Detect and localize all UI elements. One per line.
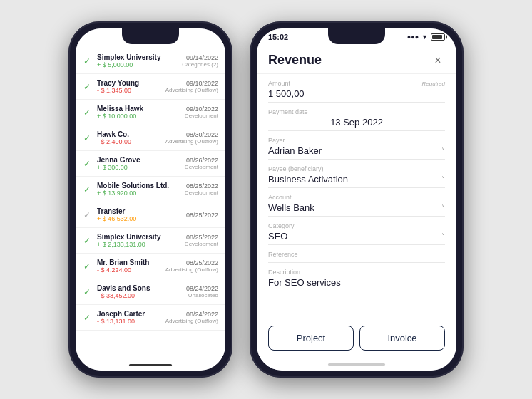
- tx-amount: - $ 33,452.00: [97, 292, 182, 299]
- account-field[interactable]: Account Wells Bank ˅: [268, 188, 445, 217]
- payee-chevron: ˅: [441, 175, 445, 183]
- category-field[interactable]: Category SEO ˅: [268, 217, 445, 245]
- tx-info: Davis and Sons - $ 33,452.00: [97, 284, 182, 299]
- tx-date: 08/25/2022: [186, 212, 218, 219]
- tx-date: 08/30/2022: [165, 131, 218, 138]
- right-phone-screen: 15:02 ●●● ▼ Revenue ×: [257, 28, 456, 370]
- check-icon: ✓: [81, 133, 93, 144]
- transaction-item[interactable]: ✓ Transfer + $ 46,532.00 08/25/2022: [76, 202, 225, 228]
- tx-name: Mobile Solutions Ltd.: [97, 182, 180, 190]
- home-indicator: [129, 364, 172, 366]
- tx-amount: + $ 5,000.00: [97, 61, 178, 68]
- tx-amount: + $ 2,133,131.00: [97, 241, 180, 248]
- tx-amount: + $ 300.00: [97, 164, 180, 171]
- tx-name: Tracy Young: [97, 79, 161, 87]
- amount-field[interactable]: Amount Required 1 500,00: [268, 74, 445, 103]
- tx-right: 09/10/2022 Advertising (Outflow): [165, 80, 218, 93]
- tx-date: 08/24/2022: [186, 285, 218, 292]
- payer-dropdown[interactable]: Adrian Baker ˅: [268, 145, 445, 156]
- category-dropdown[interactable]: SEO ˅: [268, 231, 445, 242]
- tx-right: 08/25/2022: [186, 212, 218, 219]
- transaction-item[interactable]: ✓ Jenna Grove + $ 300.00 08/26/2022 Deve…: [76, 151, 225, 177]
- transaction-item[interactable]: ✓ Simplex University + $ 2,133,131.00 08…: [76, 228, 225, 254]
- tx-right: 08/26/2022 Development: [185, 157, 218, 170]
- payer-field[interactable]: Payer Adrian Baker ˅: [268, 131, 445, 160]
- tx-name: Simplex University: [97, 233, 180, 241]
- tx-date: 09/10/2022: [185, 105, 218, 113]
- form-fields: Amount Required 1 500,00 Payment date 13…: [257, 74, 456, 291]
- form-title: Revenue: [268, 53, 322, 68]
- transaction-item[interactable]: ✓ Davis and Sons - $ 33,452.00 08/24/202…: [76, 279, 225, 305]
- payment-date-value: 13 Sep 2022: [268, 117, 445, 128]
- form-container: Revenue × Amount Required 1 500,00: [257, 44, 456, 318]
- tx-right: 08/30/2022 Advertising (Outflow): [165, 131, 218, 145]
- reference-field[interactable]: Reference: [268, 245, 445, 263]
- check-icon: ✓: [81, 312, 93, 323]
- tx-right: 09/10/2022 Development: [185, 105, 218, 119]
- amount-required: Required: [422, 81, 445, 87]
- tx-right: 08/24/2022 Unallocated: [186, 285, 218, 299]
- payer-value: Adrian Baker: [268, 145, 322, 156]
- invoice-button[interactable]: Invoice: [359, 326, 445, 351]
- check-icon: ✓: [81, 107, 93, 118]
- tx-category: Development: [185, 113, 218, 119]
- payment-date-field[interactable]: Payment date 13 Sep 2022: [268, 103, 445, 131]
- project-button[interactable]: Project: [268, 326, 354, 351]
- transaction-item[interactable]: ✓ Mr. Brian Smith - $ 4,224.00 08/25/202…: [76, 254, 225, 279]
- tx-category: Advertising (Outflow): [165, 87, 218, 93]
- tx-info: Mobile Solutions Ltd. + $ 13,920.00: [97, 182, 180, 197]
- transaction-item[interactable]: ✓ Joseph Carter - $ 13,131.00 08/24/2022…: [76, 305, 225, 331]
- description-field[interactable]: Description For SEO services: [268, 263, 445, 291]
- tx-info: Simplex University + $ 2,133,131.00: [97, 233, 180, 248]
- home-indicator-right: [257, 358, 456, 370]
- account-dropdown[interactable]: Wells Bank ˅: [268, 202, 445, 213]
- check-icon: ✓: [81, 184, 93, 195]
- payee-dropdown[interactable]: Business Activation ˅: [268, 174, 445, 185]
- payee-label: Payee (beneficiary): [268, 165, 445, 172]
- payer-label: Payer: [268, 137, 445, 144]
- check-icon: ✓: [81, 158, 93, 170]
- transaction-item[interactable]: ✓ Simplex University + $ 5,000.00 09/14/…: [76, 48, 225, 74]
- category-value: SEO: [268, 231, 287, 242]
- tx-date: 08/25/2022: [185, 182, 218, 190]
- amount-value: 1 500,00: [268, 88, 445, 99]
- tx-date: 08/24/2022: [165, 311, 218, 318]
- category-label: Category: [268, 222, 445, 229]
- check-icon: ✓: [81, 209, 93, 221]
- tx-right: 09/14/2022 Categories (2): [182, 54, 218, 68]
- tx-category: Advertising (Outflow): [165, 138, 218, 145]
- transaction-screen: ✓ Simplex University + $ 5,000.00 09/14/…: [76, 28, 225, 370]
- tx-category: Advertising (Outflow): [165, 318, 218, 324]
- tx-date: 08/26/2022: [185, 157, 218, 164]
- form-header: Revenue ×: [257, 44, 456, 74]
- transaction-item[interactable]: ✓ Melissa Hawk + $ 10,000.00 09/10/2022 …: [76, 100, 225, 125]
- tx-category: Advertising (Outflow): [165, 266, 218, 273]
- tx-right: 08/25/2022 Development: [185, 234, 218, 247]
- status-time: 15:02: [268, 33, 288, 41]
- category-chevron: ˅: [441, 232, 445, 240]
- payee-value: Business Activation: [268, 174, 348, 185]
- right-notch: [328, 28, 385, 44]
- tx-date: 08/25/2022: [185, 234, 218, 241]
- close-button[interactable]: ×: [431, 53, 445, 68]
- check-icon: ✓: [81, 235, 93, 247]
- transaction-item[interactable]: ✓ Mobile Solutions Ltd. + $ 13,920.00 08…: [76, 177, 225, 202]
- tx-category: Development: [185, 190, 218, 196]
- payee-field[interactable]: Payee (beneficiary) Business Activation …: [268, 160, 445, 188]
- transaction-item[interactable]: ✓ Hawk Co. - $ 2,400.00 08/30/2022 Adver…: [76, 125, 225, 151]
- left-phone-screen: ✓ Simplex University + $ 5,000.00 09/14/…: [76, 28, 225, 370]
- right-phone: 15:02 ●●● ▼ Revenue ×: [250, 21, 464, 378]
- tx-date: 08/25/2022: [165, 259, 218, 266]
- description-label: Description: [268, 269, 445, 276]
- tx-amount: + $ 46,532.00: [97, 215, 182, 222]
- account-label: Account: [268, 194, 445, 201]
- check-icon: ✓: [81, 81, 93, 93]
- tx-right: 08/25/2022 Development: [185, 182, 218, 196]
- revenue-screen: 15:02 ●●● ▼ Revenue ×: [257, 28, 456, 370]
- wifi-icon: ▼: [421, 33, 428, 41]
- home-bar: [328, 363, 385, 366]
- transaction-list: ✓ Simplex University + $ 5,000.00 09/14/…: [76, 28, 225, 370]
- tx-category: Development: [185, 241, 218, 247]
- transaction-item[interactable]: ✓ Tracy Young - $ 1,345.00 09/10/2022 Ad…: [76, 74, 225, 100]
- tx-info: Tracy Young - $ 1,345.00: [97, 79, 161, 94]
